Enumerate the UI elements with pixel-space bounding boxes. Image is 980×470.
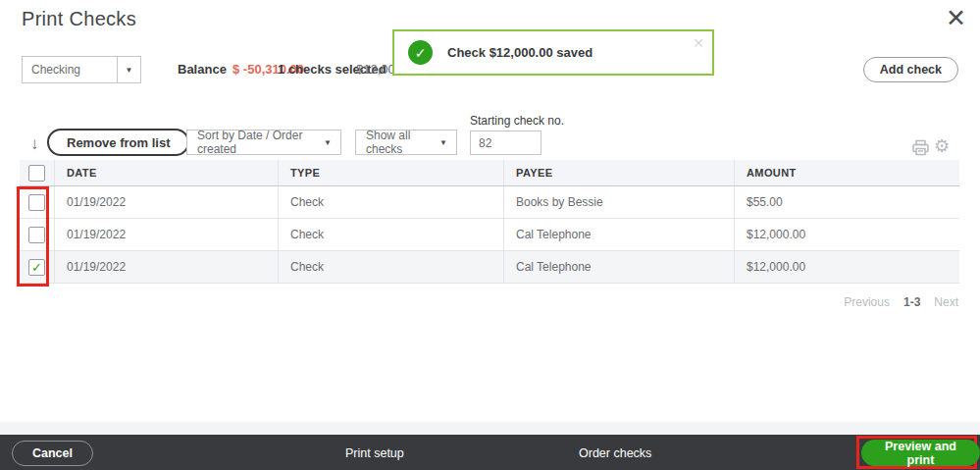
show-checks-select-value: Show all checks [356, 129, 431, 156]
column-header-date: DATE [54, 160, 278, 185]
cell-payee: Cal Telephone [503, 219, 734, 250]
print-checks-dialog: Print Checks ✕ Checking ▼ Balance $ -50,… [0, 0, 980, 470]
pagination: Previous 1-3 Next [844, 295, 958, 309]
cell-amount: $12,000.00 [734, 251, 959, 283]
show-checks-select[interactable]: Show all checks ▼ [355, 130, 457, 155]
chevron-down-icon: ▼ [117, 57, 140, 82]
toast-notification: ✓ Check $12,000.00 saved ✕ [392, 29, 714, 76]
print-setup-link[interactable]: Print setup [345, 446, 404, 460]
page-title: Print Checks [22, 8, 136, 30]
pagination-next[interactable]: Next [934, 295, 958, 309]
column-header-amount: AMOUNT [734, 160, 959, 185]
move-down-icon: ↓ [30, 134, 39, 154]
column-header-payee: PAYEE [503, 160, 734, 185]
sort-select-value: Sort by Date / Order created [187, 129, 315, 156]
starting-check-no-input[interactable] [470, 131, 542, 155]
account-select-value: Checking [23, 63, 117, 77]
cell-date: 01/19/2022 [54, 219, 278, 250]
cancel-button[interactable]: Cancel [12, 441, 93, 466]
starting-check-no-label: Starting check no. [470, 114, 564, 128]
pagination-range: 1-3 [903, 295, 920, 309]
pagination-previous[interactable]: Previous [844, 295, 890, 309]
column-header-type: TYPE [278, 160, 503, 185]
footer-bar [0, 435, 980, 470]
remove-from-list-button[interactable]: Remove from list [47, 129, 189, 156]
account-select[interactable]: Checking ▼ [22, 56, 141, 83]
cell-type: Check [278, 251, 503, 283]
order-checks-link[interactable]: Order checks [579, 446, 651, 460]
table-row[interactable]: 01/19/2022 Check Books by Bessie $55.00 [20, 186, 959, 219]
toast-message: Check $12,000.00 saved [447, 45, 593, 60]
cell-type: Check [278, 219, 503, 250]
table-row[interactable]: 01/19/2022 Check Cal Telephone $12,000.0… [20, 219, 959, 251]
cell-date: 01/19/2022 [54, 251, 278, 283]
cell-payee: Books by Bessie [503, 186, 734, 218]
chevron-down-icon: ▼ [431, 138, 456, 147]
success-check-icon: ✓ [408, 40, 433, 65]
table-header-row: DATE TYPE PAYEE AMOUNT [20, 160, 959, 186]
cell-amount: $12,000.00 [734, 219, 959, 250]
cell-payee: Cal Telephone [503, 251, 734, 283]
add-check-button[interactable]: Add check [863, 57, 958, 82]
footer-divider [0, 422, 980, 435]
toast-close-icon[interactable]: ✕ [693, 35, 704, 51]
select-all-checkbox[interactable] [28, 165, 45, 182]
checks-table: DATE TYPE PAYEE AMOUNT 01/19/2022 Check … [20, 160, 959, 284]
printer-icon[interactable] [911, 139, 930, 161]
cell-type: Check [278, 186, 503, 218]
balance-label: Balance [178, 62, 227, 77]
annotation-box-checkboxes [17, 186, 49, 287]
chevron-down-icon: ▼ [315, 138, 340, 147]
cell-amount: $55.00 [734, 186, 959, 218]
cell-date: 01/19/2022 [54, 186, 278, 218]
close-icon[interactable]: ✕ [946, 6, 966, 30]
table-row[interactable]: ✓ 01/19/2022 Check Cal Telephone $12,000… [20, 251, 959, 284]
sort-select[interactable]: Sort by Date / Order created ▼ [186, 130, 341, 155]
gear-icon[interactable]: ⚙ [934, 135, 950, 157]
preview-and-print-button[interactable]: Preview and print [861, 440, 980, 466]
